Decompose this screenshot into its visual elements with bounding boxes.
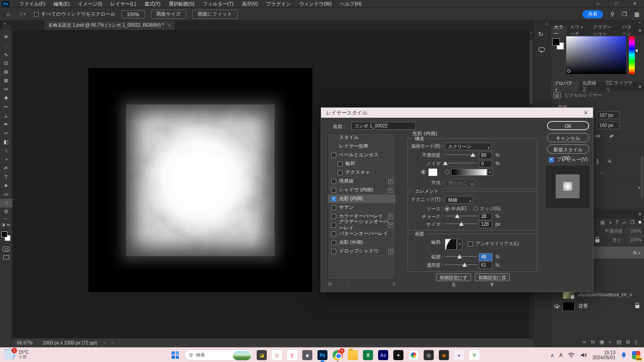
panel-menu-icon[interactable] <box>638 82 644 91</box>
style-checkbox[interactable] <box>331 231 336 236</box>
height-field[interactable]: 160 px <box>597 121 620 129</box>
menu-item[interactable]: フィルター(T) <box>199 0 238 8</box>
add-instance-icon[interactable]: + <box>388 223 393 228</box>
style-row[interactable]: レイヤー効果 + <box>328 142 396 151</box>
eyedropper-tool[interactable]: ✑ <box>0 85 12 94</box>
status-prev-icon[interactable]: ‹ <box>112 340 113 345</box>
adjustment-layer-icon[interactable]: ◐ <box>609 339 612 345</box>
menu-item[interactable]: イメージ(I) <box>74 0 106 8</box>
glow-color-swatch[interactable] <box>428 168 437 176</box>
properties-panel-tab[interactable]: プロパティ <box>551 82 579 91</box>
width-field[interactable]: 167 px <box>597 111 620 119</box>
chevron-down-icon[interactable]: ▾ <box>24 12 26 16</box>
filter-type-layer-icon[interactable]: T <box>615 220 618 225</box>
collapse-toolbar-icon[interactable]: » <box>4 21 6 26</box>
frame-tool[interactable]: ⊠ <box>0 76 12 85</box>
panel-scrollbar[interactable] <box>641 156 643 198</box>
menu-item[interactable]: 選択範囲(S) <box>165 0 199 8</box>
flip-horizontal-icon[interactable]: ▸¦◂ <box>596 133 599 138</box>
opacity-slider[interactable] <box>445 152 477 157</box>
tab-close-icon[interactable]: × <box>168 23 171 28</box>
layer-fx-badge[interactable]: fx <box>633 250 637 255</box>
filter-shape-layer-icon[interactable]: ▱ <box>622 220 626 225</box>
app-clip-studio[interactable] <box>408 349 420 361</box>
app-capture[interactable]: ◪ <box>256 349 268 361</box>
delete-effect-icon[interactable]: ▯ <box>392 282 395 287</box>
solid-color-radio[interactable] <box>421 170 426 174</box>
style-row[interactable]: シャドウ (内側) + <box>328 186 396 195</box>
contour-thumbnail[interactable] <box>445 239 457 250</box>
style-row[interactable]: テクスチャ + <box>328 168 396 177</box>
opacity-value[interactable]: 100% <box>627 228 644 235</box>
photoshop-app-icon[interactable]: Ps <box>2 1 10 7</box>
document-canvas[interactable] <box>88 68 312 292</box>
cancel-button[interactable]: キャンセル <box>547 133 589 142</box>
style-row[interactable]: スタイル + <box>328 133 396 142</box>
document-tab[interactable]: 名称未設定 1.psd @ 66.7% (コンポ 1_00022, RGB/8#… <box>45 21 174 30</box>
tray-chevron-icon[interactable]: ∧ <box>551 352 554 358</box>
menu-item[interactable]: ウィンドウ(W) <box>295 0 336 8</box>
chevron-down-icon[interactable]: ▾ <box>638 185 640 190</box>
brush-tool[interactable]: ✏ <box>0 103 12 111</box>
screen-size-button[interactable]: 画面サイズ <box>151 10 186 19</box>
style-checkbox[interactable] <box>331 205 336 210</box>
foreground-color-swatch[interactable] <box>1 231 7 237</box>
style-checkbox[interactable] <box>331 188 336 193</box>
style-checkbox[interactable] <box>338 170 343 175</box>
wifi-icon[interactable] <box>568 352 575 358</box>
foreground-color-swatch[interactable] <box>552 38 560 46</box>
eye-icon[interactable] <box>554 305 560 308</box>
menu-item[interactable]: ファイル(F) <box>15 0 49 8</box>
gradient-preview[interactable] <box>451 169 487 176</box>
scroll-all-windows-checkbox[interactable] <box>34 12 39 17</box>
dodge-tool[interactable]: ◔ <box>0 155 12 164</box>
screen-mode-icon[interactable] <box>3 255 9 259</box>
history-panel-icon[interactable] <box>538 31 543 38</box>
crop-tool[interactable]: ⊞ <box>0 68 12 76</box>
new-group-icon[interactable]: ▤ <box>616 339 621 345</box>
fit-screen-button[interactable]: 画面にフィット <box>192 10 238 19</box>
maximize-icon[interactable]: □ <box>607 0 626 8</box>
search-highlight-image[interactable] <box>233 351 251 360</box>
dialog-title-bar[interactable]: レイヤースタイル ✕ <box>321 108 593 118</box>
app-excel[interactable]: X <box>362 349 374 361</box>
share-button[interactable]: 共有 <box>582 10 603 18</box>
close-icon[interactable]: ✕ <box>626 0 644 8</box>
more-options-icon[interactable]: ... <box>600 169 604 174</box>
style-row[interactable]: 光彩 (内側) + <box>328 195 396 203</box>
fill-value[interactable]: 100% <box>627 236 644 243</box>
scroll-up-arrow[interactable]: ∧ <box>529 31 533 34</box>
add-instance-icon[interactable]: + <box>388 188 393 193</box>
reset-default-button[interactable]: 初期設定に戻す <box>475 273 510 281</box>
filter-pixel-layer-icon[interactable]: ▨ <box>600 220 604 225</box>
move-effect-down-icon[interactable]: ↓ <box>347 282 349 287</box>
history-brush-tool[interactable]: ✒ <box>0 120 12 129</box>
make-default-button[interactable]: 初期設定にする <box>436 273 471 281</box>
gradient-tool[interactable]: ◧ <box>0 138 12 146</box>
background-layer-row[interactable]: 背景 <box>551 300 644 312</box>
shape-tool[interactable]: ▭ <box>0 190 12 199</box>
app-shield[interactable]: ◆ <box>301 349 313 361</box>
style-checkbox[interactable] <box>331 153 336 158</box>
menu-item[interactable]: レイヤー(L) <box>106 0 140 8</box>
style-row[interactable]: ベベルとエンボス + <box>328 151 396 160</box>
new-layer-icon[interactable]: ⊞ <box>626 339 630 345</box>
status-next-icon[interactable]: › <box>104 340 105 345</box>
hand-tool[interactable]: ☝ <box>0 199 12 207</box>
menu-item[interactable]: 表示(V) <box>238 0 262 8</box>
marquee-tool[interactable]: ◌ <box>0 41 12 50</box>
style-row[interactable]: 境界線 + <box>328 177 396 186</box>
color-panel-tab[interactable]: カラー <box>551 26 567 35</box>
menu-item[interactable]: 編集(E) <box>49 0 74 8</box>
style-checkbox[interactable] <box>338 161 343 167</box>
noise-value[interactable]: 0 <box>479 160 492 167</box>
add-instance-icon[interactable]: + <box>388 249 393 254</box>
opacity-value[interactable]: 89 <box>479 152 492 159</box>
jitter-slider[interactable] <box>445 262 477 267</box>
foreground-background-swatches[interactable] <box>0 231 12 244</box>
panel-menu-icon[interactable] <box>638 209 644 218</box>
style-name-input[interactable]: コンポ 1_00022 <box>351 122 416 130</box>
style-row[interactable]: グラデーションオーバーレイ + <box>328 221 396 230</box>
scrollbar-thumb[interactable] <box>530 40 533 104</box>
layer-mask-icon[interactable]: ▣ <box>599 339 604 345</box>
